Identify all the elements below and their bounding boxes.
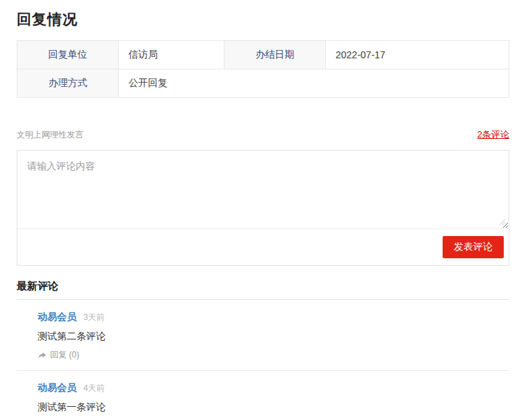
- reply-status-page: 回复情况 回复单位 信访局 办结日期 2022-07-17 办理方式 公开回复 …: [0, 10, 526, 420]
- comment-content: 测试第一条评论: [38, 401, 509, 414]
- comment-timestamp: 3天前: [83, 312, 105, 324]
- comment-header: 动易会员 3天前: [38, 311, 509, 324]
- civility-notice: 文明上网理性发言: [17, 129, 83, 141]
- comment-header: 动易会员 4天前: [38, 382, 509, 394]
- reply-unit-value: 信访局: [119, 41, 224, 69]
- comment-username[interactable]: 动易会员: [38, 311, 76, 324]
- comment-content: 测试第二条评论: [38, 330, 509, 343]
- reply-button[interactable]: 回复 (0): [38, 349, 509, 361]
- table-row: 办理方式 公开回复: [17, 69, 509, 98]
- reply-info-table: 回复单位 信访局 办结日期 2022-07-17 办理方式 公开回复: [17, 40, 509, 98]
- comment-count-link[interactable]: 2条评论: [477, 128, 509, 141]
- reply-unit-label: 回复单位: [17, 41, 119, 69]
- table-row: 回复单位 信访局 办结日期 2022-07-17: [17, 41, 509, 69]
- latest-comments-heading: 最新评论: [17, 280, 509, 300]
- page-title: 回复情况: [17, 10, 509, 29]
- completion-date-label: 办结日期: [224, 41, 326, 69]
- comment-form-footer: 发表评论: [17, 228, 509, 265]
- handling-method-label: 办理方式: [17, 69, 119, 98]
- completion-date-value: 2022-07-17: [326, 41, 509, 69]
- submit-comment-button[interactable]: 发表评论: [443, 236, 504, 258]
- handling-method-value: 公开回复: [119, 69, 509, 98]
- comment-notice-row: 文明上网理性发言 2条评论: [17, 128, 509, 141]
- comment-form: 发表评论: [17, 150, 509, 266]
- reply-arrow-icon: [38, 351, 47, 360]
- comment-input[interactable]: [17, 151, 509, 228]
- comment-item: 动易会员 3天前 测试第二条评论 回复 (0): [17, 300, 509, 371]
- comment-input-wrap: [17, 151, 509, 228]
- reply-label: 回复 (0): [50, 349, 79, 361]
- comment-username[interactable]: 动易会员: [38, 382, 76, 394]
- comment-timestamp: 4天前: [83, 383, 105, 394]
- comment-item: 动易会员 4天前 测试第一条评论 回复 (0): [17, 371, 509, 420]
